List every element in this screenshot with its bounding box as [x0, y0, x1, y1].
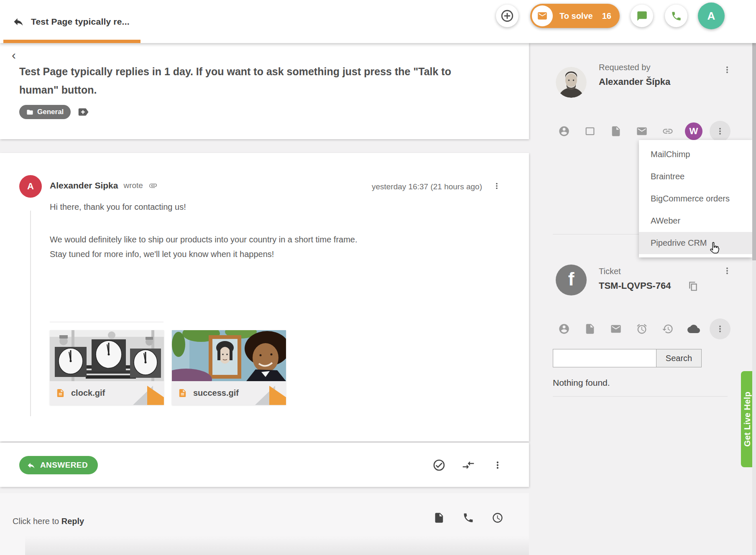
cloud-icon[interactable]: [684, 319, 704, 339]
menu-item-aweber[interactable]: AWeber: [639, 210, 752, 232]
check-circle-icon: [432, 458, 446, 472]
search-input[interactable]: [553, 349, 656, 367]
thread-line: [30, 211, 31, 416]
menu-item-pipedrive[interactable]: Pipedrive CRM: [639, 232, 752, 254]
tag-general[interactable]: General: [19, 105, 71, 119]
message-footer: ANSWERED: [0, 443, 529, 487]
mail-icon[interactable]: [632, 121, 652, 141]
attachment-icon: [148, 181, 158, 190]
more-vert-icon: [715, 324, 725, 334]
more-vert-icon: [722, 65, 732, 75]
message-avatar: A: [19, 175, 42, 198]
transfer-button[interactable]: [461, 458, 475, 472]
message-author: Alexander Sipka: [50, 181, 118, 191]
mail-icon[interactable]: [606, 319, 626, 339]
reply-icon: [13, 16, 24, 28]
footer-menu-button[interactable]: [490, 458, 505, 472]
resolve-button[interactable]: [432, 458, 446, 472]
requester-name: Alexander Šípka: [599, 76, 670, 87]
get-live-help-button[interactable]: Get Live Help: [741, 371, 753, 467]
scrollbar-thumb[interactable]: [752, 43, 756, 260]
schedule-icon: [492, 512, 503, 524]
facebook-channel-badge: f: [556, 265, 587, 295]
message-action: wrote: [123, 181, 143, 190]
add-tag-button[interactable]: [77, 105, 90, 119]
requested-by-label: Requested by: [599, 63, 650, 72]
chat-bubble-icon: [636, 10, 648, 22]
phone-icon: [671, 10, 682, 22]
note-icon: [433, 512, 445, 524]
schedule-button[interactable]: [490, 511, 505, 525]
scrollbar-track[interactable]: [752, 43, 756, 555]
top-bar: Test Page typically re... To solve 16: [0, 0, 756, 43]
back-chevron-icon[interactable]: ‹: [7, 48, 21, 62]
attachment-divider: [50, 322, 163, 322]
requester-menu-button[interactable]: [720, 63, 734, 77]
file-icon: [178, 388, 187, 398]
mail-icon: [537, 10, 548, 21]
calls-button[interactable]: [665, 5, 687, 27]
ticket-title-line1: Test Page typically replies in 1 day. If…: [19, 66, 451, 77]
message-timestamp: yesterday 16:37 (21 hours ago): [372, 182, 482, 191]
menu-item-braintree[interactable]: Braintree: [639, 165, 752, 188]
ticket-label: Ticket: [599, 267, 621, 276]
more-vert-icon: [722, 266, 732, 276]
folded-corner: [133, 386, 164, 405]
search-button[interactable]: Search: [656, 349, 702, 367]
attachment-clock-gif[interactable]: clock.gif: [50, 330, 164, 405]
folder-icon: [26, 109, 33, 116]
call-button[interactable]: [461, 511, 475, 525]
attachment-filename: success.gif: [193, 388, 239, 398]
message-header: Alexander Sipka wrote: [50, 181, 158, 191]
tab-title: Test Page typically re...: [31, 17, 130, 27]
w-badge-letter: W: [690, 126, 698, 137]
more-vert-icon: [492, 460, 503, 471]
ticket-menu-button[interactable]: [720, 264, 734, 278]
message-paragraph: We would definitely like to ship our pro…: [50, 232, 358, 262]
file-icon: [56, 388, 65, 398]
ticket-more-integrations-button[interactable]: [710, 318, 730, 339]
card-icon[interactable]: [580, 121, 600, 141]
agent-avatar[interactable]: A: [698, 3, 725, 29]
message-avatar-letter: A: [27, 181, 34, 192]
account-icon[interactable]: [554, 121, 574, 141]
add-tag-icon: [77, 106, 89, 118]
account-icon[interactable]: [554, 319, 574, 339]
integrations-dropdown: MailChimp Braintree BigCommerce orders A…: [639, 140, 752, 257]
file-icon[interactable]: [606, 121, 626, 141]
tab-open-ticket[interactable]: Test Page typically re...: [0, 0, 130, 43]
message-menu-button[interactable]: [490, 180, 503, 192]
more-vert-icon: [715, 126, 725, 136]
requester-more-integrations-button[interactable]: [710, 121, 730, 142]
reply-bar[interactable]: Click here to Reply: [0, 493, 529, 555]
alarm-icon[interactable]: [632, 319, 652, 339]
history-icon[interactable]: [658, 319, 678, 339]
link-icon[interactable]: [658, 121, 678, 141]
get-live-help-label: Get Live Help: [743, 392, 752, 447]
tag-label: General: [37, 108, 64, 116]
content-area: ‹ Test Page typically replies in 1 day. …: [0, 43, 756, 555]
attachment-success-gif[interactable]: success.gif: [172, 330, 286, 405]
swap-arrows-icon: [462, 458, 475, 472]
copy-ticket-code-button[interactable]: [687, 280, 700, 293]
ticket-header-card: ‹ Test Page typically replies in 1 day. …: [0, 43, 529, 139]
message-line: We would definitely like to ship our pro…: [50, 235, 358, 244]
active-tab-indicator: [3, 40, 140, 43]
ticket-integrations-row: [554, 318, 730, 339]
search-no-results: Nothing found.: [553, 378, 610, 388]
requester-avatar: [556, 67, 587, 98]
status-badge: ANSWERED: [40, 461, 88, 470]
footer-actions: [432, 443, 505, 487]
to-solve-button[interactable]: To solve 16: [530, 4, 620, 28]
message-card: A Alexander Sipka wrote yesterday 16:37 …: [0, 153, 529, 441]
to-solve-label: To solve: [559, 11, 593, 21]
answered-status-button[interactable]: ANSWERED: [19, 456, 98, 474]
chats-button[interactable]: [631, 5, 653, 27]
reply-icon: [27, 461, 36, 470]
note-button[interactable]: [432, 511, 446, 525]
menu-item-bigcommerce[interactable]: BigCommerce orders: [639, 188, 752, 210]
menu-item-mailchimp[interactable]: MailChimp: [639, 143, 752, 165]
add-ticket-button[interactable]: [496, 5, 518, 27]
file-icon[interactable]: [580, 319, 600, 339]
w-integration-badge[interactable]: W: [685, 122, 702, 140]
